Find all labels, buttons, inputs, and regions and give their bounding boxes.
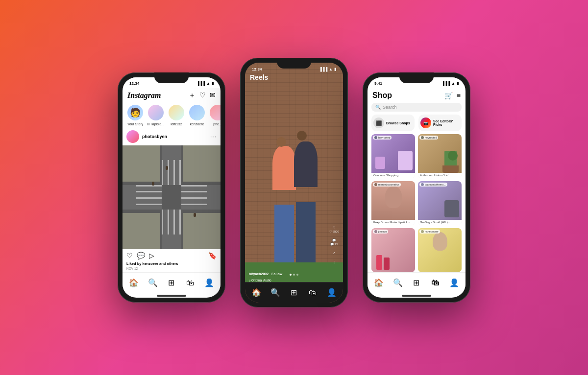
nav-home-1[interactable]: 🏠 bbox=[128, 278, 139, 288]
status-time-2: 12:34 bbox=[252, 67, 262, 71]
shop-card-avatar-6 bbox=[421, 230, 424, 233]
cart-icon[interactable]: 🛒 bbox=[444, 92, 453, 99]
shop-card-img-4 bbox=[418, 181, 462, 220]
shop-card-img-1 bbox=[371, 134, 415, 173]
reel-share-action[interactable]: ↗ bbox=[333, 251, 335, 255]
shop-card-user-5: jinsoon bbox=[373, 230, 388, 234]
nav-home-3[interactable]: 🏠 bbox=[373, 278, 384, 288]
share-icon[interactable]: ▷ bbox=[149, 252, 154, 259]
story-item-your[interactable]: 🧑 Your Story bbox=[126, 104, 144, 126]
battery-icon: ▮ bbox=[212, 81, 214, 86]
story-item-3[interactable]: kenzoere bbox=[188, 104, 206, 126]
reel-background bbox=[245, 63, 343, 303]
quick-actions: ⬛ Browse Shops 📷 See Editors' Picks bbox=[368, 115, 466, 134]
instagram-header: Instagram ＋ ♡ ✉ bbox=[122, 88, 220, 102]
editors-picks-button[interactable]: 📷 See Editors' Picks bbox=[418, 115, 462, 131]
shop-card-user-2: heyrooted bbox=[419, 136, 438, 140]
reels-header-title: Reels bbox=[250, 73, 268, 81]
add-post-icon[interactable]: ＋ bbox=[189, 91, 196, 100]
nav-reels-2[interactable]: ⊞ bbox=[289, 287, 299, 298]
story-item-1[interactable]: lil_lapísla... bbox=[147, 104, 165, 126]
story-label-3: kenzoere bbox=[190, 122, 204, 126]
aerial-intersection bbox=[122, 145, 220, 249]
reel-audio-text: Original Audio bbox=[251, 279, 271, 282]
notch bbox=[154, 72, 189, 83]
signal-icon-2: ▐▐▐ bbox=[319, 67, 327, 71]
reel-follow-button[interactable]: Follow bbox=[271, 272, 282, 276]
shop-header: Shop 🛒 ≡ bbox=[368, 88, 466, 102]
nav-profile-1[interactable]: 👤 bbox=[204, 278, 215, 288]
nav-search-3[interactable]: 🔍 bbox=[392, 278, 403, 288]
comment-icon[interactable]: 💬 bbox=[137, 252, 145, 259]
reel-like-action[interactable]: ♡ ♡ 6500 bbox=[329, 225, 339, 233]
shop-card-label-4: Go-Bag - Small (40L) › bbox=[418, 220, 462, 225]
signal-icon: ▐▐▐ bbox=[196, 81, 205, 86]
editors-picks-label: See Editors' Picks bbox=[433, 119, 460, 126]
shop-card-user-1: heyrooted bbox=[373, 136, 392, 140]
menu-icon[interactable]: ≡ bbox=[457, 92, 461, 99]
nav-shop-3[interactable]: 🛍 bbox=[430, 278, 441, 288]
reel-progress-dots bbox=[290, 274, 298, 276]
reel-more-icon: ⋮ bbox=[333, 260, 336, 263]
post-username: photosbyen bbox=[142, 134, 210, 139]
post-avatar bbox=[126, 130, 139, 143]
shop-card-user-4: baboontothemo... bbox=[419, 183, 447, 187]
shop-card-img-2 bbox=[418, 134, 462, 173]
bottom-nav-2: 🏠 🔍 ⊞ 🛍 👤 bbox=[245, 282, 343, 303]
shop-card-username-6: richepoorer bbox=[425, 230, 439, 233]
shop-card-avatar-2 bbox=[421, 136, 424, 139]
shop-card-1[interactable]: heyrooted Continue Shopping bbox=[371, 134, 415, 178]
reel-more-action[interactable]: ⋮ bbox=[333, 259, 336, 263]
nav-search-1[interactable]: 🔍 bbox=[147, 278, 158, 288]
like-icon[interactable]: ♡ bbox=[126, 252, 133, 259]
reel-comment-icon: 💬 bbox=[332, 238, 336, 242]
nav-profile-3[interactable]: 👤 bbox=[449, 278, 460, 288]
instagram-logo: Instagram bbox=[127, 91, 161, 100]
editors-picks-icon: 📷 bbox=[420, 117, 431, 128]
shop-card-2[interactable]: heyrooted Anthurium Livium 'Liv' bbox=[418, 134, 462, 178]
shop-card-username-5: jinsoon bbox=[378, 230, 387, 233]
nav-profile-2[interactable]: 👤 bbox=[326, 287, 337, 298]
shop-card-avatar-3 bbox=[374, 183, 377, 186]
messenger-icon[interactable]: ✉ bbox=[210, 91, 216, 100]
search-icon-3: 🔍 bbox=[375, 105, 381, 110]
story-item-2[interactable]: loftr232 bbox=[168, 104, 185, 126]
shop-card-avatar-1 bbox=[374, 136, 377, 139]
shop-row-2: mentedcosmetics Foxy Brown Matte Lipstic… bbox=[371, 181, 462, 225]
home-bar-1 bbox=[157, 295, 186, 297]
bookmark-icon[interactable]: 🔖 bbox=[208, 252, 217, 259]
shop-card-user-3: mentedcosmetics bbox=[373, 183, 401, 187]
nav-reels-3[interactable]: ⊞ bbox=[411, 278, 422, 288]
shop-card-4[interactable]: baboontothemo... Go-Bag - Small (40L) › bbox=[418, 181, 462, 225]
instagram-header-icons: ＋ ♡ ✉ bbox=[189, 91, 216, 100]
story-label-1: lil_lapísla... bbox=[147, 122, 165, 126]
action-icons-left: ♡ 💬 ▷ bbox=[126, 252, 208, 259]
shop-card-username-2: heyrooted bbox=[425, 136, 437, 139]
reel-comment-action[interactable]: 💬 💬 75 bbox=[330, 238, 338, 246]
post-header: photosbyen ··· bbox=[122, 128, 220, 145]
browse-shops-button[interactable]: ⬛ Browse Shops bbox=[371, 115, 415, 131]
nav-reels-1[interactable]: ⊞ bbox=[166, 278, 177, 288]
shop-card-3[interactable]: mentedcosmetics Foxy Brown Matte Lipstic… bbox=[371, 181, 415, 225]
shop-card-avatar-4 bbox=[421, 183, 424, 186]
wifi-icon-3: ▲ bbox=[451, 81, 455, 86]
shop-card-avatar-5 bbox=[374, 230, 377, 233]
post-more-icon[interactable]: ··· bbox=[210, 133, 217, 140]
shop-card-img-6 bbox=[418, 228, 462, 272]
reel-audio-info: ♪ Original Audio bbox=[249, 279, 271, 282]
bottom-nav-3: 🏠 🔍 ⊞ 🛍 👤 bbox=[368, 272, 466, 293]
bottom-nav-1: 🏠 🔍 ⊞ 🛍 👤 bbox=[122, 272, 220, 293]
shop-card-5[interactable]: jinsoon bbox=[371, 228, 415, 272]
search-bar[interactable]: 🔍 Search bbox=[371, 103, 462, 112]
heart-icon[interactable]: ♡ bbox=[199, 91, 206, 100]
nav-search-2[interactable]: 🔍 bbox=[270, 287, 281, 298]
story-label-2: loftr232 bbox=[171, 122, 182, 126]
battery-icon-3: ▮ bbox=[457, 81, 459, 86]
shop-card-6[interactable]: richepoorer bbox=[418, 228, 462, 272]
status-time-1: 12:34 bbox=[129, 81, 139, 86]
nav-shop-2[interactable]: 🛍 bbox=[307, 287, 318, 298]
nav-home-2[interactable]: 🏠 bbox=[251, 287, 262, 298]
reel-heart-icon: ♡ bbox=[333, 226, 335, 229]
nav-shop-1[interactable]: 🛍 bbox=[185, 278, 196, 288]
story-item-4[interactable]: phe... bbox=[209, 104, 220, 126]
